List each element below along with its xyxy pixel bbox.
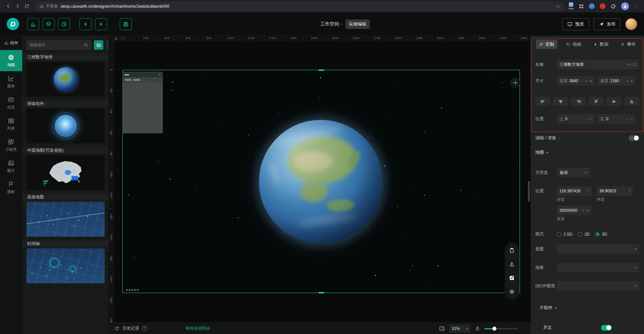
mode-radio-2d[interactable]: 2D bbox=[578, 232, 590, 237]
eye-icon[interactable] bbox=[114, 37, 118, 41]
publish-button[interactable]: 发布 bbox=[594, 18, 621, 30]
browser-reload-icon[interactable] bbox=[22, 2, 32, 11]
component-card-earth3d[interactable] bbox=[26, 62, 105, 97]
chart-tool-button[interactable] bbox=[27, 18, 39, 30]
rail-item-icons[interactable]: 图标 bbox=[0, 177, 22, 198]
canvas-scrollbar[interactable] bbox=[528, 181, 530, 202]
component-card-chinamap[interactable] bbox=[26, 155, 105, 190]
component-card-timeline[interactable] bbox=[26, 248, 105, 283]
rail-item-list[interactable]: 列表 bbox=[0, 113, 22, 135]
map-section-header[interactable]: 地图 ▾ bbox=[535, 149, 639, 156]
mode-radio-3d[interactable]: 3D bbox=[595, 232, 607, 237]
filter-transform-row[interactable]: 滤镜 / 变换 › bbox=[535, 135, 639, 141]
selection-handle-top[interactable] bbox=[319, 69, 324, 71]
minus-icon[interactable]: − bbox=[585, 116, 588, 122]
save-button[interactable] bbox=[120, 18, 132, 30]
layers-tool-button[interactable] bbox=[43, 18, 55, 30]
search-input[interactable] bbox=[30, 43, 82, 47]
new-feature-badge[interactable]: ↓ New bbox=[569, 2, 574, 10]
selection-handle-bottom[interactable] bbox=[319, 292, 324, 293]
align-left-button[interactable] bbox=[535, 97, 550, 106]
align-middle-v-button[interactable] bbox=[606, 97, 621, 106]
history-button[interactable]: 历史记录 bbox=[122, 326, 139, 331]
help-icon[interactable]: ? bbox=[142, 326, 147, 331]
basemap-select[interactable]: ▾ bbox=[557, 244, 639, 254]
minus-icon[interactable]: − bbox=[626, 116, 629, 122]
terrain-select[interactable]: ▾ bbox=[557, 263, 639, 272]
mini-panel-tab[interactable] bbox=[125, 79, 131, 81]
browser-profile-avatar[interactable] bbox=[621, 2, 629, 10]
browser-back-icon[interactable] bbox=[3, 2, 13, 11]
subcomponent-section-header[interactable]: 子组件 ▾ bbox=[535, 304, 639, 311]
card-view-button[interactable] bbox=[94, 40, 103, 50]
plus-icon[interactable]: + bbox=[589, 116, 592, 122]
zoom-select[interactable]: 31% ▾ bbox=[449, 325, 471, 333]
layer-mini-panel[interactable]: × bbox=[122, 72, 163, 133]
longitude-input[interactable]: 116.397428 ° bbox=[557, 186, 592, 196]
bookmark-star-icon[interactable]: ☆ bbox=[556, 3, 560, 9]
width-stepper[interactable]: 宽度 3840 − + bbox=[557, 76, 595, 86]
component-card-amap[interactable] bbox=[26, 202, 105, 237]
lock-icon[interactable] bbox=[475, 326, 480, 331]
browser-forward-icon[interactable] bbox=[13, 2, 22, 11]
latitude-input[interactable]: 39.90923 ° bbox=[597, 186, 633, 196]
rail-item-widgets[interactable]: 小组件 bbox=[0, 135, 22, 156]
plus-icon[interactable]: + bbox=[630, 116, 633, 122]
browser-menu-icon[interactable]: ⋮ bbox=[634, 4, 639, 9]
redo-button[interactable] bbox=[95, 18, 107, 30]
height-stepper[interactable]: 高度 2160 − + bbox=[598, 76, 636, 86]
desp-layer-select[interactable]: ▾ bbox=[557, 281, 639, 291]
edit-button[interactable] bbox=[507, 273, 517, 283]
align-center-h-button[interactable] bbox=[553, 97, 568, 106]
top-stepper[interactable]: 上 0 − + bbox=[557, 114, 595, 124]
component-card-sphere[interactable] bbox=[26, 108, 105, 143]
altitude-stepper[interactable]: 30000000 − + bbox=[557, 206, 591, 215]
mode-radio-25d[interactable]: 2.5D bbox=[557, 232, 572, 237]
mini-panel-tab[interactable] bbox=[133, 79, 140, 81]
earth-globe[interactable] bbox=[259, 120, 382, 243]
rail-item-chart[interactable]: 图表 bbox=[0, 71, 22, 92]
grid-view-button[interactable] bbox=[106, 40, 109, 50]
search-box[interactable] bbox=[26, 40, 91, 50]
url-text[interactable]: desp.casearth.cn/designer/#/chart/home/2… bbox=[61, 4, 169, 9]
left-stepper[interactable]: 左 0 − + bbox=[598, 114, 636, 124]
pie-tool-button[interactable] bbox=[58, 18, 70, 30]
align-bottom-button[interactable] bbox=[624, 97, 639, 106]
app-logo[interactable]: D bbox=[7, 18, 19, 30]
minus-icon[interactable]: − bbox=[585, 79, 588, 84]
zoom-slider[interactable] bbox=[484, 326, 518, 331]
extension-blue-icon[interactable] bbox=[589, 3, 595, 9]
extensions-puzzle-icon[interactable] bbox=[610, 3, 616, 9]
address-bar[interactable]: 不安全 desp.casearth.cn/designer/#/chart/ho… bbox=[35, 2, 565, 11]
plus-icon[interactable]: + bbox=[630, 79, 633, 84]
clipboard-button[interactable] bbox=[507, 245, 517, 255]
security-indicator[interactable]: 不安全 bbox=[40, 3, 58, 9]
tab-data[interactable]: 数据 bbox=[590, 40, 611, 49]
tab-events[interactable]: 事件 bbox=[618, 40, 639, 49]
align-top-button[interactable] bbox=[589, 97, 603, 106]
rail-item-map[interactable]: 地图 bbox=[0, 50, 22, 71]
filter-toggle[interactable] bbox=[629, 135, 639, 141]
undo-button[interactable] bbox=[79, 18, 92, 30]
download-button[interactable] bbox=[507, 259, 517, 269]
canvas-viewport[interactable]: 0200400600800100012001400160018002000220… bbox=[109, 36, 531, 323]
extension-red-icon[interactable] bbox=[600, 3, 605, 9]
plus-icon[interactable]: + bbox=[586, 208, 589, 213]
panel-toggle-icon[interactable] bbox=[439, 326, 445, 331]
name-input[interactable]: 三维数字地球 6 / 12 bbox=[557, 60, 639, 69]
tab-animation[interactable]: 动画 bbox=[563, 40, 584, 49]
compass-widget[interactable] bbox=[510, 78, 520, 88]
rail-item-info[interactable]: 信息 bbox=[0, 92, 22, 113]
rail-item-image[interactable]: 图片 bbox=[0, 156, 22, 177]
user-avatar[interactable] bbox=[625, 18, 637, 30]
artboard[interactable] bbox=[122, 70, 520, 293]
align-right-button[interactable] bbox=[571, 97, 586, 106]
apps-grid-icon[interactable] bbox=[579, 4, 584, 9]
close-icon[interactable]: × bbox=[159, 73, 161, 76]
preview-button[interactable]: 预览 bbox=[562, 18, 589, 30]
compass-toggle[interactable] bbox=[601, 325, 612, 331]
settings-button[interactable] bbox=[507, 287, 517, 297]
skybox-select[interactable]: 标准 ▾ bbox=[557, 168, 590, 177]
plus-icon[interactable]: + bbox=[589, 79, 592, 84]
minus-icon[interactable]: − bbox=[626, 79, 629, 84]
